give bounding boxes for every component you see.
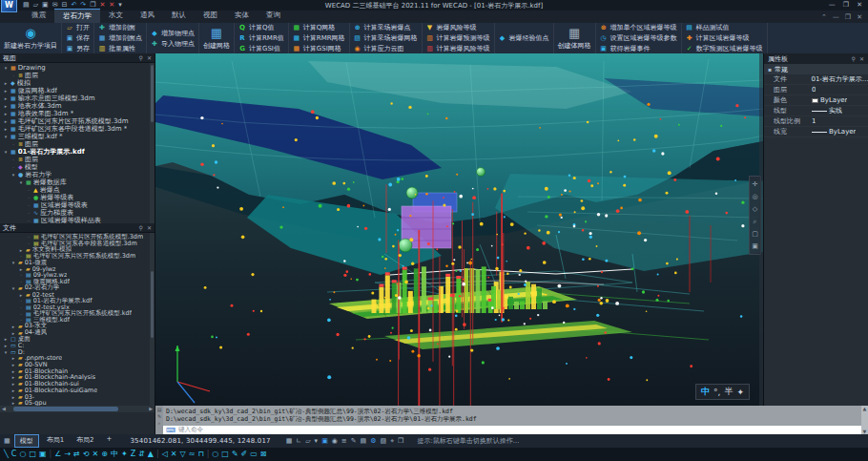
close-icon[interactable]: ✕ — [147, 224, 152, 231]
expander-icon[interactable]: ▸ — [3, 111, 9, 116]
expander-icon[interactable]: ▸ — [18, 266, 24, 272]
ribbon-tab-微震[interactable]: 微震 — [23, 9, 54, 23]
showmotion-icon[interactable]: ▣ — [752, 242, 758, 250]
ribbon-button[interactable]: G计算GSI值 — [238, 44, 284, 53]
ribbon-button[interactable]: ✚导入物理点 — [151, 39, 195, 49]
expander-icon[interactable]: ▾ — [3, 134, 9, 139]
drawing-tool-icon[interactable]: ⟲ — [83, 448, 90, 461]
app-close-icon[interactable]: ✕ — [857, 13, 862, 21]
ribbon-button[interactable]: ▦计算GSI网格 — [293, 44, 345, 53]
tree-item[interactable]: ▾▭D: — [0, 348, 155, 355]
expander-icon[interactable]: ▾ — [3, 349, 9, 355]
drawing-tool-icon[interactable]: □ — [221, 448, 229, 461]
expander-icon[interactable]: ▸ — [10, 388, 16, 393]
properties-section-header[interactable]: ▪ 常规 — [764, 64, 868, 74]
drawing-tool-icon[interactable]: ▭ — [250, 448, 258, 461]
drawing-tool-icon[interactable]: ▣ — [39, 448, 47, 461]
drawing-tool-icon[interactable]: ◁ — [162, 448, 168, 461]
expander-icon[interactable]: ▸ — [3, 103, 9, 109]
expander-icon[interactable]: ▸ — [3, 336, 9, 342]
expander-icon[interactable]: ▸ — [10, 374, 16, 380]
tree-item[interactable]: ▸▰03-水文 — [0, 324, 155, 330]
property-row[interactable]: 颜色ByLayer — [764, 95, 868, 106]
close-icon[interactable]: ✕ — [859, 55, 864, 62]
drawing-tool-icon[interactable]: ∠ — [54, 448, 61, 461]
expander-icon[interactable]: ▸ — [10, 368, 16, 374]
ribbon-tab-视图[interactable]: 视图 — [195, 9, 226, 23]
tree-item[interactable]: ▾▦Drawing — [0, 64, 155, 72]
expander-icon[interactable]: ▸ — [10, 355, 16, 361]
settings-gear-icon[interactable]: ⚙ — [370, 437, 376, 445]
ribbon-button[interactable]: ▦计算RMR网格 — [293, 33, 345, 43]
drawing-tool-icon[interactable]: Z — [131, 448, 135, 461]
expander-icon[interactable]: ▸ — [10, 324, 16, 329]
ribbon-button[interactable]: ▦创建网格 — [203, 27, 230, 51]
layout-icon[interactable]: ▱ — [305, 437, 310, 445]
property-row[interactable]: 线型比例1 — [764, 116, 868, 127]
ribbon-collapse-icon[interactable]: ⌃ — [821, 13, 827, 21]
ribbon-button[interactable]: ▱打开 — [66, 23, 90, 32]
tree-item[interactable]: ·▤01-岩石力学展示.kdf — [0, 298, 155, 304]
app-restore-icon[interactable]: ❐ — [845, 13, 851, 21]
drawing-tool-icon[interactable]: → — [64, 448, 71, 461]
ime-halfwidth-icon[interactable]: 半 — [724, 386, 733, 398]
tree-item[interactable]: ·▤毛坪矿区河东片区开拓系统模型.kdf — [0, 310, 155, 317]
layout-tab-模型[interactable]: 模型 — [14, 434, 39, 448]
tree-item[interactable]: ·▦区域岩爆等级表 — [0, 201, 155, 209]
drawing-tool-icon[interactable]: ▽ — [180, 448, 186, 461]
ortho-icon[interactable]: ∟ — [296, 437, 301, 445]
zoom-icon[interactable]: ⌕ — [754, 218, 757, 225]
ribbon-button[interactable]: ◉计算应力云图 — [354, 44, 418, 53]
ribbon-button[interactable]: ✚计算区域岩爆等级 — [686, 33, 763, 43]
ribbon-tab-查询[interactable]: 查询 — [258, 9, 289, 23]
ribbon-button[interactable]: Q计算Q值 — [238, 23, 284, 32]
layout-tab-+[interactable]: + — [102, 434, 117, 448]
tree-item[interactable]: ·▦区域岩爆等级样品表 — [0, 217, 155, 223]
ribbon-tab-通风[interactable]: 通风 — [132, 9, 163, 23]
drawing-tool-icon[interactable]: ⇵ — [138, 448, 145, 461]
ribbon-button[interactable]: ▤样品测试值 — [686, 23, 763, 32]
drawing-tool-icon[interactable]: ✕ — [93, 448, 99, 461]
ime-chinese-icon[interactable]: 中 — [701, 386, 710, 398]
drawing-tool-icon[interactable]: ○ — [212, 448, 218, 461]
drawing-tool-icon[interactable]: ✕ — [171, 448, 177, 461]
ribbon-button[interactable]: ▨计算采场岩爆网格 — [354, 33, 418, 43]
osnap-icon[interactable]: ◉ — [332, 437, 338, 445]
ribbon-button[interactable]: ◆岩爆经验值点 — [499, 33, 549, 43]
property-row[interactable]: 文件01-岩石力学展示… — [764, 74, 868, 85]
property-row[interactable]: 线型实线 — [764, 106, 868, 116]
ribbon-button[interactable]: ▣保存 — [66, 33, 90, 43]
tree-item[interactable]: ▸▰00-SVN — [0, 362, 155, 368]
menu-icon[interactable]: ≡ — [341, 437, 347, 445]
ribbon-button[interactable]: ◆增加物理点 — [151, 29, 195, 38]
tree-item[interactable]: ▸▰09-ylwz — [0, 265, 155, 272]
tree-item[interactable]: ·▤毛坪矿区河东各中段巷道模型.3dm — [0, 241, 155, 247]
expander-icon[interactable]: ▸ — [3, 343, 9, 348]
pin-icon[interactable]: ⚲ — [139, 54, 143, 61]
model-space-icon[interactable]: ▦ — [4, 437, 10, 445]
console-scrollbar[interactable]: ▲ ▼ — [861, 406, 868, 434]
command-console[interactable]: ▤ ✎ ⌕ D:\wecad_sdk_ky\3d_cad_2\bin_git\矿… — [155, 406, 868, 434]
app-minimize-icon[interactable]: — — [833, 13, 839, 21]
expander-icon[interactable]: ▸ — [10, 381, 16, 387]
drawing-tool-icon[interactable]: ▲ — [148, 448, 154, 461]
ribbon-tab-岩石力学[interactable]: 岩石力学 — [54, 9, 100, 23]
drawing-tool-icon[interactable]: ⇄ — [73, 448, 80, 461]
expander-icon[interactable]: ▾ — [10, 285, 16, 291]
expander-icon[interactable]: ▸ — [18, 292, 24, 298]
file-tree-hscrollbar[interactable]: ◀ ▶ — [0, 406, 155, 412]
layout-tab-布局2[interactable]: 布局2 — [72, 434, 98, 448]
tree-item[interactable]: ▾●岩石力学 — [0, 171, 155, 178]
tree-item[interactable]: ▸▰.pnpm-store — [0, 355, 155, 362]
tree-item[interactable]: ·▤微震网格.kdf — [0, 279, 155, 285]
tree-item[interactable]: ▸▰03- — [0, 393, 155, 400]
expander-icon[interactable]: ▸ — [3, 88, 9, 94]
view-box-icon[interactable]: ▢ — [752, 230, 758, 238]
grid-display-icon[interactable]: ▦ — [286, 437, 293, 445]
expander-icon[interactable]: ▾ — [10, 172, 16, 178]
tree-item[interactable]: ·▲岩爆点 — [0, 186, 155, 194]
property-row[interactable]: 线宽ByLayer — [764, 127, 868, 137]
command-input[interactable]: ⌨ 键入命令 — [163, 426, 861, 434]
drawing-tool-icon[interactable]: ⊓ — [197, 448, 203, 461]
viewport-3d[interactable]: ✛◎◇⌕▢▣ 中°,半✦ — [155, 53, 763, 406]
